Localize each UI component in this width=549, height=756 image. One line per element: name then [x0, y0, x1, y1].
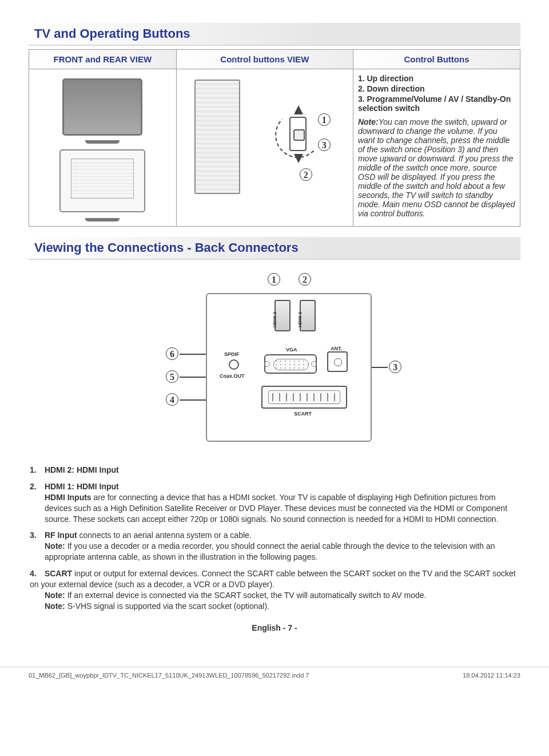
desc-4-note2: S-VHS signal is supported via the scart …	[65, 601, 269, 611]
tv-front-illustration	[62, 78, 142, 136]
li-text-down: Down direction	[367, 84, 425, 93]
arrow-down-icon	[294, 154, 303, 163]
cell-control-buttons-desc: 1. Up direction 2. Down direction 3. Pro…	[353, 69, 520, 227]
li-num-3: 3.	[358, 94, 365, 104]
tv-rear-illustration	[59, 149, 145, 212]
li-text-up: Up direction	[367, 74, 414, 83]
spdif-port-icon	[229, 359, 239, 370]
tv-buttons-table: FRONT and REAR VIEW Control buttons VIEW…	[29, 49, 520, 227]
scart-port-icon	[261, 386, 347, 409]
tv-side-panel-illustration	[194, 80, 240, 194]
conn-marker-2: 2	[299, 273, 311, 286]
note-label: Note:	[358, 117, 379, 126]
switch-body-icon	[289, 117, 307, 151]
desc-2-label: HDMI 1: HDMI Input	[45, 482, 119, 491]
vga-screw-right-icon	[311, 361, 317, 367]
spdif-label: SPDIF	[224, 351, 240, 357]
desc-4-num: 4.	[30, 568, 42, 579]
scart-label: SCART	[294, 411, 312, 417]
col-header-control-buttons: Control Buttons	[403, 52, 470, 66]
desc-4-note-label: Note:	[45, 591, 65, 600]
conn-marker-4: 4	[166, 393, 178, 406]
antenna-port-icon	[327, 351, 348, 372]
col-header-front-rear: FRONT and REAR VIEW	[53, 52, 153, 66]
connectors-diagram: 1 2 3 4 5 6 HDMI 2 HDMI 1 VGA ANT. SCART…	[132, 270, 417, 453]
desc-2-bold: HDMI Inputs	[45, 493, 92, 502]
tv-stand-illustration-2	[85, 218, 120, 221]
vga-port-icon	[264, 354, 317, 374]
desc-4-note2-label: Note:	[45, 601, 65, 611]
desc-1-num: 1.	[30, 465, 42, 476]
page-footer-center: English - 7 -	[29, 623, 520, 632]
cell-control-buttons-view: 1 2 3	[176, 69, 353, 227]
note-body-text: You can move the switch, upward or downw…	[358, 117, 515, 218]
cell-front-rear-view	[29, 69, 177, 227]
desc-3-tail: connects to an aerial antenna system or …	[77, 531, 252, 540]
tv-stand-illustration	[85, 140, 120, 144]
conn-marker-6: 6	[166, 347, 178, 360]
footer-right: 18.04.2012 11:14:23	[463, 672, 520, 679]
li-num-1: 1.	[358, 74, 365, 83]
connector-descriptions: 1. HDMI 2: HDMI Input 2. HDMI 1: HDMI In…	[29, 465, 520, 612]
desc-2-num: 2.	[30, 481, 42, 492]
switch-diagram: 1 2 3	[266, 88, 335, 185]
section-title-connectors: Viewing the Connections - Back Connector…	[29, 237, 520, 260]
arrow-up-icon	[294, 105, 303, 114]
conn-marker-1: 1	[268, 273, 280, 286]
li-num-2: 2.	[358, 84, 365, 93]
desc-4-tail: input or output for external devices. Co…	[30, 569, 516, 589]
desc-2-body: are for connecting a device that has a H…	[45, 493, 507, 524]
vga-screw-left-icon	[264, 361, 270, 367]
desc-1-label: HDMI 2: HDMI Input	[45, 465, 119, 474]
ant-label: ANT.	[331, 346, 342, 351]
section-title-tv-buttons: TV and Operating Buttons	[29, 23, 520, 46]
desc-4-note: If an external device is connected via t…	[65, 591, 427, 600]
coax-label: Coax.OUT	[220, 373, 245, 379]
switch-marker-3: 3	[318, 138, 331, 151]
desc-4-label: SCART	[45, 569, 72, 578]
connector-panel: HDMI 2 HDMI 1 VGA ANT. SCART SPDIF Coax.…	[206, 293, 372, 442]
hdmi2-label: HDMI 2	[272, 312, 277, 327]
vga-label: VGA	[286, 347, 297, 353]
control-note: Note:You can move the switch, upward or …	[358, 117, 515, 218]
desc-3-label: RF Input	[45, 531, 77, 540]
desc-3-num: 3.	[30, 530, 42, 541]
desc-3-note: If you use a decoder or a media recorder…	[45, 541, 495, 561]
li-text-prog: Programme/Volume / AV / Standby-On selec…	[358, 94, 511, 113]
col-header-control-view: Control buttons VIEW	[219, 52, 310, 66]
desc-3-note-label: Note:	[45, 541, 65, 551]
footer-left: 01_MB62_[GB]_woypbpr_IDTV_TC_NICKEL17_51…	[29, 672, 309, 679]
control-buttons-list: 1. Up direction 2. Down direction 3. Pro…	[358, 74, 515, 113]
conn-marker-5: 5	[166, 370, 178, 383]
doc-footer: 01_MB62_[GB]_woypbpr_IDTV_TC_NICKEL17_51…	[0, 667, 549, 687]
switch-marker-1: 1	[318, 113, 331, 126]
conn-marker-3: 3	[389, 361, 401, 373]
hdmi1-label: HDMI 1	[297, 312, 303, 327]
switch-marker-2: 2	[300, 168, 312, 181]
